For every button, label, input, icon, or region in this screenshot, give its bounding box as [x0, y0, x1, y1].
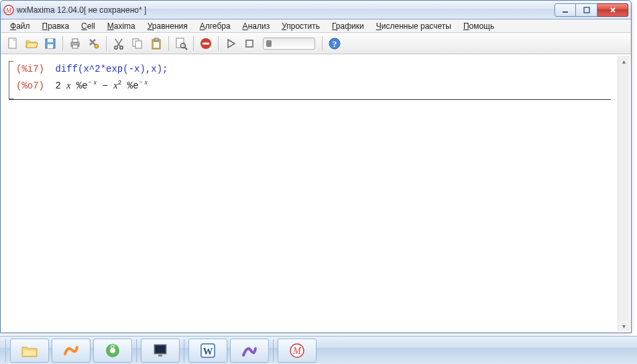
- close-button[interactable]: [597, 3, 628, 17]
- open-folder-icon[interactable]: [23, 36, 40, 52]
- input-label: (%i7): [16, 64, 44, 74]
- maximize-button[interactable]: [576, 3, 597, 17]
- find-icon[interactable]: [173, 36, 189, 52]
- svg-rect-3: [584, 7, 589, 13]
- taskbar-wxmaxima[interactable]: M: [278, 339, 316, 363]
- taskbar-divider: [273, 339, 274, 362]
- new-doc-icon[interactable]: [5, 36, 21, 52]
- taskbar-app-purple[interactable]: [230, 339, 269, 363]
- document-area: (%i7) diff(x^2*exp(-x),x); (%o7) 2 x %e−…: [2, 56, 630, 331]
- cut-icon[interactable]: [111, 36, 127, 52]
- svg-line-27: [185, 48, 187, 50]
- svg-marker-30: [228, 40, 235, 48]
- svg-rect-12: [72, 45, 78, 48]
- svg-text:?: ?: [333, 39, 337, 49]
- menu-numeric[interactable]: Численные расчеты: [371, 21, 457, 32]
- svg-rect-2: [563, 11, 568, 13]
- taskbar-divider: [184, 339, 184, 362]
- taskbar-divider: [5, 339, 6, 362]
- toolbar-separator: [106, 36, 107, 51]
- taskbar-app-green[interactable]: @: [93, 339, 132, 363]
- taskbar-divider: [136, 339, 137, 362]
- svg-rect-29: [202, 42, 209, 44]
- taskbar-word[interactable]: W: [188, 339, 227, 363]
- toolbar: ?: [1, 33, 631, 54]
- paste-icon[interactable]: [148, 36, 164, 52]
- input-line[interactable]: (%i7) diff(x^2*exp(-x),x);: [16, 62, 611, 76]
- menu-edit[interactable]: Правка: [37, 21, 75, 32]
- svg-rect-24: [154, 42, 159, 48]
- app-window: M wxMaxima 12.04.0[ не сохранено* ] Файл…: [0, 0, 632, 333]
- toolbar-separator: [322, 36, 323, 51]
- copy-icon[interactable]: [129, 36, 146, 52]
- svg-rect-9: [48, 44, 53, 48]
- svg-point-15: [95, 44, 99, 48]
- menu-file[interactable]: Файл: [5, 21, 36, 32]
- app-icon: M: [3, 5, 14, 15]
- anim-slider[interactable]: [263, 38, 315, 50]
- output-expr: 2 x %e− x − x2 %e− x: [55, 80, 148, 90]
- svg-rect-39: [156, 346, 165, 353]
- menu-equations[interactable]: Уравнения: [142, 21, 193, 32]
- input-code: diff(x^2*exp(-x),x);: [55, 64, 168, 74]
- svg-rect-6: [9, 38, 16, 48]
- menu-cell[interactable]: Cell: [76, 21, 101, 32]
- toolbar-separator: [168, 36, 169, 51]
- os-taskbar: @ W M: [0, 336, 637, 364]
- menu-simplify[interactable]: Упростить: [276, 21, 325, 32]
- svg-rect-40: [158, 355, 162, 357]
- print-icon[interactable]: [67, 36, 83, 52]
- svg-rect-34: [23, 351, 36, 355]
- scroll-down-icon[interactable]: ▾: [619, 320, 630, 331]
- toolbar-separator: [62, 36, 63, 51]
- window-controls: [555, 3, 628, 17]
- stop-icon[interactable]: [198, 36, 214, 52]
- window-title: wxMaxima 12.04.0[ не сохранено* ]: [17, 5, 555, 15]
- svg-text:M: M: [5, 7, 12, 14]
- output-label: (%o7): [16, 80, 44, 91]
- taskbar-app-monitor[interactable]: [141, 339, 180, 363]
- interrupt-icon[interactable]: [241, 36, 257, 52]
- help-icon[interactable]: ?: [327, 36, 343, 52]
- svg-text:@: @: [110, 343, 115, 349]
- svg-rect-21: [135, 41, 141, 48]
- svg-point-18: [115, 46, 117, 48]
- svg-rect-31: [246, 40, 253, 47]
- menu-maxima[interactable]: Maxima: [102, 21, 141, 32]
- vertical-scrollbar[interactable]: ▴ ▾: [618, 56, 630, 331]
- menu-plot[interactable]: Графики: [327, 21, 369, 32]
- svg-point-19: [120, 46, 123, 48]
- save-icon[interactable]: [42, 36, 58, 52]
- svg-text:M: M: [292, 346, 302, 356]
- menu-algebra[interactable]: Алгебра: [194, 21, 236, 32]
- play-icon[interactable]: [223, 36, 239, 52]
- menu-analysis[interactable]: Анализ: [237, 21, 276, 32]
- minimize-button[interactable]: [555, 3, 576, 17]
- titlebar[interactable]: M wxMaxima 12.04.0[ не сохранено* ]: [1, 1, 631, 19]
- cell[interactable]: (%i7) diff(x^2*exp(-x),x); (%o7) 2 x %e−…: [9, 61, 611, 100]
- svg-rect-23: [154, 38, 158, 41]
- svg-rect-11: [72, 39, 78, 42]
- toolbar-separator: [218, 36, 219, 51]
- menu-help[interactable]: Помощь: [458, 21, 500, 32]
- svg-text:W: W: [203, 346, 213, 357]
- output-line: (%o7) 2 x %e− x − x2 %e− x: [16, 76, 611, 93]
- svg-rect-8: [48, 39, 53, 42]
- scroll-up-icon[interactable]: ▴: [619, 56, 630, 66]
- toolbar-separator: [193, 36, 194, 51]
- taskbar-explorer[interactable]: [10, 339, 49, 363]
- menubar: Файл Правка Cell Maxima Уравнения Алгебр…: [1, 19, 631, 33]
- preferences-icon[interactable]: [86, 36, 102, 52]
- document-canvas[interactable]: (%i7) diff(x^2*exp(-x),x); (%o7) 2 x %e−…: [2, 56, 618, 331]
- taskbar-app-orange[interactable]: [52, 339, 91, 363]
